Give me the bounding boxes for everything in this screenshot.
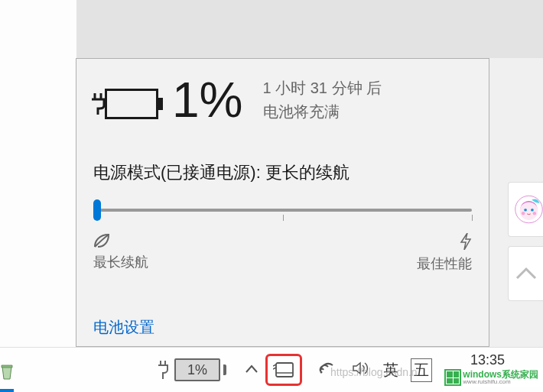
power-mode-label: 电源模式(已接通电源): 更长的续航 bbox=[93, 161, 472, 184]
tray-clock[interactable]: 13:35 bbox=[470, 352, 505, 368]
taskbar-app-recycle[interactable] bbox=[0, 350, 14, 392]
svg-point-2 bbox=[524, 209, 527, 212]
svg-point-3 bbox=[531, 209, 534, 212]
battery-time-remaining: 1 小时 31 分钟 后 bbox=[263, 78, 382, 99]
slider-thumb[interactable] bbox=[93, 199, 101, 221]
side-avatar-widget[interactable] bbox=[508, 182, 543, 237]
windows-logo-icon bbox=[444, 369, 461, 386]
avatar-icon bbox=[515, 190, 543, 228]
svg-point-1 bbox=[520, 202, 538, 220]
slider-label-left: 最长续航 bbox=[93, 233, 148, 271]
battery-header: 1% 1 小时 31 分钟 后 电池将充满 bbox=[93, 76, 472, 125]
watermark-logo: windows系统家园 www.ruishifu.com bbox=[441, 368, 541, 387]
scroll-to-top-button[interactable] bbox=[508, 246, 543, 301]
battery-charging-icon bbox=[93, 89, 158, 119]
battery-settings-link[interactable]: 电池设置 bbox=[93, 317, 472, 338]
watermark-domain: www.ruishifu.com bbox=[463, 379, 538, 385]
plug-icon bbox=[158, 359, 170, 381]
svg-point-8 bbox=[320, 371, 323, 374]
svg-point-5 bbox=[533, 212, 536, 215]
taskbar: 1% 英 五 13:35 https://blog.csdn.n bbox=[0, 347, 543, 392]
slider-tick bbox=[283, 215, 284, 221]
slider-labels: 最长续航 最佳性能 bbox=[93, 233, 472, 273]
tray-battery[interactable]: 1% bbox=[158, 358, 226, 381]
slider-track bbox=[93, 209, 472, 212]
battery-flyout: 1% 1 小时 31 分钟 后 电池将充满 电源模式(已接通电源): 更长的续航… bbox=[76, 58, 489, 347]
chevron-up-icon bbox=[245, 364, 258, 374]
power-mode-slider[interactable] bbox=[93, 202, 472, 218]
battery-time-info: 1 小时 31 分钟 后 电池将充满 bbox=[263, 78, 382, 122]
watermark-url: https://blog.csdn.n bbox=[330, 366, 418, 378]
chevron-up-icon bbox=[515, 266, 537, 281]
bolt-icon bbox=[460, 233, 472, 250]
tray-touchpad-highlighted[interactable] bbox=[265, 354, 302, 386]
svg-rect-6 bbox=[276, 363, 293, 377]
desktop-background-left bbox=[0, 0, 76, 347]
slider-min-label: 最长续航 bbox=[93, 253, 148, 271]
slider-tick bbox=[472, 215, 473, 221]
battery-percent: 1% bbox=[172, 76, 243, 125]
battery-status-text: 电池将充满 bbox=[263, 102, 382, 122]
window-background bbox=[76, 0, 543, 58]
svg-point-4 bbox=[522, 212, 525, 215]
tray-overflow-chevron[interactable] bbox=[237, 355, 266, 384]
slider-max-label: 最佳性能 bbox=[417, 254, 472, 273]
touchpad-icon bbox=[273, 361, 294, 378]
slider-label-right: 最佳性能 bbox=[417, 233, 472, 273]
tray-battery-percent: 1% bbox=[174, 358, 220, 381]
leaf-icon bbox=[93, 233, 112, 248]
tray-battery-tip bbox=[223, 364, 226, 375]
recycle-bin-icon bbox=[0, 362, 14, 381]
